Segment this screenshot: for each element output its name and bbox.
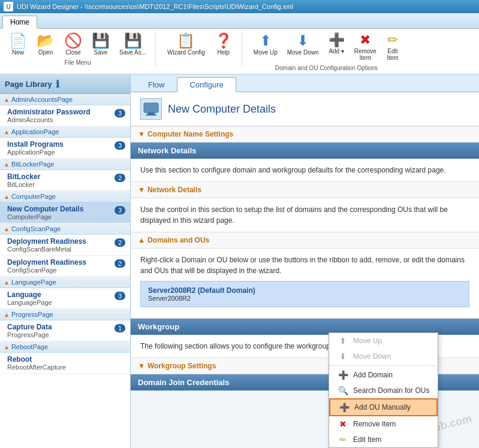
item-title: New Computer Details <box>7 205 83 213</box>
sidebar-section-progress[interactable]: ▲ ProgressPage <box>0 309 130 320</box>
save-label: Save <box>94 49 108 56</box>
sidebar-section-adminaccounts[interactable]: ▲ AdminAccountsPage <box>0 94 130 105</box>
sidebar-section-bitlocker[interactable]: ▲ BitLockerPage <box>0 159 130 170</box>
open-icon: 📂 <box>37 34 55 48</box>
domain-name: Server2008R2 (Default Domain) <box>148 286 462 295</box>
ribbon-btns-domain: ⬆ Move Up ⬇ Move Down ➕ Add ▾ ✖ RemoveIt… <box>249 31 403 63</box>
sidebar-item-deploybaremetal[interactable]: Deployment Readiness ConfigScanBareMetal… <box>0 235 130 256</box>
item-title: BitLocker <box>7 172 40 181</box>
sidebar-item-installprograms[interactable]: Install Programs ApplicationPage 3 <box>0 138 130 159</box>
remove-item-label: RemoveItem <box>354 48 376 61</box>
close-label: Close <box>65 49 81 56</box>
sidebar-section-configscan[interactable]: ▲ ConfigScanPage <box>0 223 130 235</box>
add-button[interactable]: ➕ Add ▾ <box>324 31 349 57</box>
sidebar-item-language[interactable]: Language LanguagePage 3 <box>0 288 130 309</box>
item-title: Language <box>7 290 52 299</box>
edit-item-button[interactable]: ✏ EditItem <box>382 31 403 63</box>
ctx-add-ou[interactable]: ➕ Add OU Manually <box>329 398 438 416</box>
new-button[interactable]: 📄 New <box>5 31 31 58</box>
sidebar-item-reboot[interactable]: Reboot RebootAfterCapture <box>0 353 130 374</box>
move-down-button[interactable]: ⬇ Move Down <box>283 31 323 58</box>
ctx-search-domain[interactable]: 🔍 Search Domain for OUs <box>329 383 438 398</box>
ribbon-group-file: 📄 New 📂 Open 🚫 Close 💾 Save 💾 Save As...… <box>5 31 156 66</box>
remove-icon: ✖ <box>360 34 370 47</box>
item-title: Deployment Readiness <box>7 237 86 246</box>
network-details-text: Use this section to configure domain and… <box>140 165 469 175</box>
wizard-label: Wizard Config <box>167 49 205 56</box>
ctx-edit-item[interactable]: ✏ Edit Item <box>329 432 438 447</box>
move-up-button[interactable]: ⬆ Move Up <box>249 31 282 58</box>
item-title: Administrator Password <box>7 108 91 116</box>
tab-flow[interactable]: Flow <box>135 77 177 92</box>
sidebar-item-newcomputer[interactable]: New Computer Details ComputerPage 3 <box>0 202 130 223</box>
ctx-search-domain-label: Search Domain for OUs <box>353 386 429 395</box>
item-title: Reboot <box>7 355 66 364</box>
help-label: Help <box>218 49 230 56</box>
move-up-label: Move Up <box>254 49 278 56</box>
open-button[interactable]: 📂 Open <box>32 31 59 58</box>
section-arrow: ▲ <box>4 226 10 232</box>
ctx-add-domain[interactable]: ➕ Add Domain <box>329 367 438 383</box>
domain-list: Server2008R2 (Default Domain) Server2008… <box>140 281 469 307</box>
ctx-move-up[interactable]: ⬆ Move Up <box>329 333 438 349</box>
sidebar-item-content: Administrator Password AdminAccounts <box>7 108 91 123</box>
item-num: 2 <box>115 259 125 268</box>
tab-home[interactable]: Home <box>2 16 37 29</box>
network-details-sub-text: Use the control in this section to setup… <box>140 204 469 226</box>
save-as-button[interactable]: 💾 Save As... <box>115 31 150 58</box>
sidebar-section-computer[interactable]: ▲ ComputerPage <box>0 191 130 202</box>
section-arrow: ▲ <box>4 193 10 200</box>
ctx-remove-label: Remove Item <box>353 420 396 428</box>
network-details-expander[interactable]: ▼ Network Details <box>131 182 479 198</box>
help-button[interactable]: ❓ Help <box>210 31 237 58</box>
sidebar-item-capturedata[interactable]: Capture Data ProgressPage 1 <box>0 320 130 341</box>
ctx-move-down-icon: ⬇ <box>338 352 348 361</box>
section-label: ProgressPage <box>11 311 53 318</box>
sidebar-section-language[interactable]: ▲ LanguagePage <box>0 277 130 288</box>
sidebar-item-content: Language LanguagePage <box>7 290 52 306</box>
ctx-move-up-label: Move Up <box>353 337 382 345</box>
section-label: ApplicationPage <box>11 128 59 135</box>
item-sub: BitLocker <box>7 181 40 188</box>
svg-rect-1 <box>147 113 155 114</box>
section-arrow: ▲ <box>4 161 10 168</box>
new-label: New <box>12 49 24 56</box>
item-title: Deployment Readiness <box>7 258 86 267</box>
section-arrow: ▲ <box>4 344 10 350</box>
ctx-search-domain-icon: 🔍 <box>338 386 348 395</box>
wizard-icon: 📋 <box>177 34 195 48</box>
sidebar-section-reboot[interactable]: ▲ RebootPage <box>0 341 130 353</box>
save-icon: 💾 <box>92 34 110 48</box>
close-button[interactable]: 🚫 Close <box>60 31 86 58</box>
domains-ous-expander[interactable]: ▲ Domains and OUs <box>131 232 479 249</box>
sidebar-section-application[interactable]: ▲ ApplicationPage <box>0 126 130 138</box>
open-label: Open <box>38 49 53 56</box>
wizard-config-button[interactable]: 📋 Wizard Config <box>163 31 209 58</box>
ctx-remove-item[interactable]: ✖ Remove Item <box>329 416 438 432</box>
domain-item[interactable]: Server2008R2 (Default Domain) Server2008… <box>141 281 469 307</box>
sidebar-item-bitlocker[interactable]: BitLocker BitLocker 2 <box>0 170 130 191</box>
sidebar-item-content: Deployment Readiness ConfigScanPage <box>7 258 86 274</box>
item-sub: ConfigScanBareMetal <box>7 246 86 253</box>
page-header: New Computer Details <box>131 92 479 126</box>
info-icon[interactable]: ℹ <box>56 78 59 90</box>
ctx-add-domain-icon: ➕ <box>338 370 348 380</box>
wizard-group-label <box>199 59 201 66</box>
save-button[interactable]: 💾 Save <box>88 31 114 58</box>
remove-item-button[interactable]: ✖ RemoveItem <box>350 31 381 63</box>
computer-name-expander[interactable]: ▼ Computer Name Settings <box>131 126 479 143</box>
save-as-label: Save As... <box>119 49 146 56</box>
ctx-move-down[interactable]: ⬇ Move Down <box>329 349 438 364</box>
expander-icon: ▼ <box>138 362 145 370</box>
ribbon-group-domain: ⬆ Move Up ⬇ Move Down ➕ Add ▾ ✖ RemoveIt… <box>249 31 408 71</box>
tab-configure[interactable]: Configure <box>177 77 236 92</box>
ctx-remove-icon: ✖ <box>338 419 348 429</box>
sidebar-item-deployconfigscan[interactable]: Deployment Readiness ConfigScanPage 2 <box>0 256 130 277</box>
expander-icon: ▼ <box>138 186 145 194</box>
item-num: 2 <box>115 174 125 182</box>
section-label: RebootPage <box>11 343 48 350</box>
new-icon: 📄 <box>9 34 27 48</box>
item-title: Capture Data <box>7 323 52 331</box>
sidebar-item-adminpassword[interactable]: Administrator Password AdminAccounts 3 <box>0 105 130 126</box>
sidebar: Page Library ℹ ▲ AdminAccountsPage Admin… <box>0 75 131 448</box>
